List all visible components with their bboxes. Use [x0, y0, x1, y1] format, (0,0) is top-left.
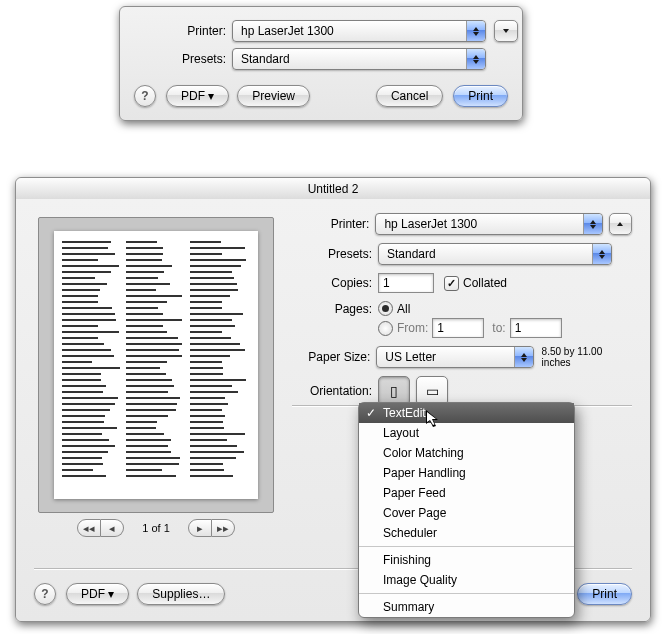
printer-label: Printer: [292, 217, 375, 231]
page-preview [38, 217, 274, 513]
window-title: Untitled 2 [308, 182, 359, 196]
pages-label: Pages: [292, 302, 378, 316]
pages-all-radio[interactable] [378, 301, 393, 316]
pager-first[interactable]: ◂◂ [77, 519, 101, 537]
orientation-label: Orientation: [292, 384, 378, 398]
paper-size-label: Paper Size: [292, 350, 376, 364]
menu-item-cover-page[interactable]: Cover Page [359, 503, 574, 523]
to-field[interactable] [510, 318, 562, 338]
help-button[interactable]: ? [34, 583, 56, 605]
chevron-down-icon [503, 29, 509, 33]
copies-field[interactable] [378, 273, 434, 293]
presets-value: Standard [241, 52, 290, 66]
presets-label: Presets: [292, 247, 378, 261]
collated-checkbox[interactable]: ✓ [444, 276, 459, 291]
printer-popup[interactable]: hp LaserJet 1300 [232, 20, 486, 42]
pager-prev[interactable]: ◂ [101, 519, 124, 537]
preview-button[interactable]: Preview [237, 85, 310, 107]
presets-popup[interactable]: Standard [232, 48, 486, 70]
menu-item-paper-handling[interactable]: Paper Handling [359, 463, 574, 483]
printer-label: Printer: [120, 24, 232, 38]
menu-item-summary[interactable]: Summary [359, 597, 574, 617]
to-label: to: [492, 321, 505, 335]
printer-value: hp LaserJet 1300 [384, 217, 477, 231]
pages-all-label: All [397, 302, 410, 316]
popup-stepper-icon [466, 21, 485, 41]
menu-separator [359, 546, 574, 547]
printer-value: hp LaserJet 1300 [241, 24, 334, 38]
pager-next[interactable]: ▸ [188, 519, 212, 537]
preview-pager: ◂◂ ◂ 1 of 1 ▸ ▸▸ [38, 519, 274, 537]
popup-stepper-icon [583, 214, 602, 234]
preview-page [54, 231, 258, 499]
popup-stepper-icon [592, 244, 611, 264]
menu-item-textedit[interactable]: TextEdit [359, 403, 574, 423]
printer-popup[interactable]: hp LaserJet 1300 [375, 213, 602, 235]
menu-item-scheduler[interactable]: Scheduler [359, 523, 574, 543]
paper-size-popup[interactable]: US Letter [376, 346, 533, 368]
cancel-button[interactable]: Cancel [376, 85, 443, 107]
person-landscape-icon: ▭ [426, 383, 439, 399]
expand-button[interactable] [494, 20, 518, 42]
chevron-up-icon [617, 222, 623, 226]
popup-stepper-icon [514, 347, 533, 367]
pages-range-radio[interactable] [378, 321, 393, 336]
popup-stepper-icon [466, 49, 485, 69]
print-button[interactable]: Print [453, 85, 508, 107]
pdf-button[interactable]: PDF ▾ [66, 583, 129, 605]
menu-item-finishing[interactable]: Finishing [359, 550, 574, 570]
menu-item-layout[interactable]: Layout [359, 423, 574, 443]
menu-separator [359, 593, 574, 594]
copies-label: Copies: [292, 276, 378, 290]
paper-size-value: US Letter [385, 350, 436, 364]
menu-item-color-matching[interactable]: Color Matching [359, 443, 574, 463]
collated-label: Collated [463, 276, 507, 290]
presets-label: Presets: [120, 52, 232, 66]
collapse-button[interactable] [609, 213, 632, 235]
options-menu[interactable]: TextEdit Layout Color Matching Paper Han… [358, 402, 575, 618]
pager-status: 1 of 1 [142, 522, 170, 534]
window-titlebar[interactable]: Untitled 2 [16, 178, 650, 200]
pager-last[interactable]: ▸▸ [212, 519, 235, 537]
menu-item-paper-feed[interactable]: Paper Feed [359, 483, 574, 503]
print-button[interactable]: Print [577, 583, 632, 605]
menu-item-image-quality[interactable]: Image Quality [359, 570, 574, 590]
from-label: From: [397, 321, 428, 335]
paper-dims: 8.50 by 11.00 inches [542, 346, 632, 368]
from-field[interactable] [432, 318, 484, 338]
presets-popup[interactable]: Standard [378, 243, 612, 265]
print-dialog-compact: Printer: hp LaserJet 1300 Presets: Stand… [119, 6, 523, 121]
pdf-button[interactable]: PDF ▾ [166, 85, 229, 107]
presets-value: Standard [387, 247, 436, 261]
help-button[interactable]: ? [134, 85, 156, 107]
supplies-button[interactable]: Supplies… [137, 583, 225, 605]
person-portrait-icon: ▯ [390, 383, 398, 399]
